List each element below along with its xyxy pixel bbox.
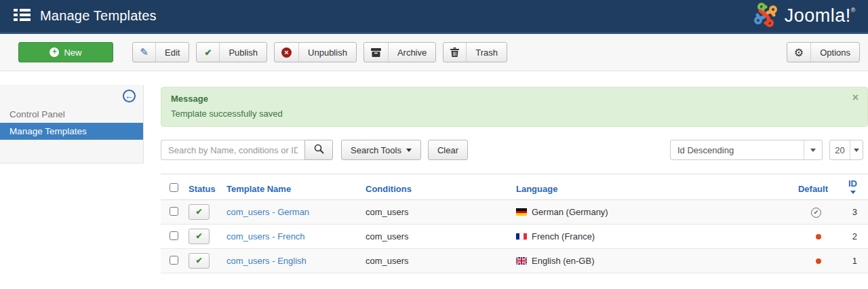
column-header-language[interactable]: Language xyxy=(513,174,781,200)
clear-button-label: Clear xyxy=(437,145,458,155)
menu-list-icon[interactable] xyxy=(14,8,31,24)
germany-flag-icon xyxy=(516,208,527,216)
template-name-link[interactable]: com_users - English xyxy=(226,256,307,266)
edit-button[interactable]: ✎ Edit xyxy=(132,42,189,62)
status-published-button[interactable]: ✔ xyxy=(189,253,210,269)
message-title: Message xyxy=(171,94,858,104)
list-limit-select[interactable]: 20 xyxy=(829,140,863,160)
column-header-status[interactable]: Status xyxy=(185,174,223,200)
column-header-default[interactable]: Default xyxy=(781,174,837,200)
publish-button[interactable]: ✔ Publish xyxy=(196,42,267,62)
trash-button-label: Trash xyxy=(467,43,507,62)
close-icon[interactable]: × xyxy=(852,92,859,103)
id-cell: 1 xyxy=(837,249,868,273)
status-published-button[interactable]: ✔ xyxy=(189,204,210,220)
archive-box-icon xyxy=(364,43,389,62)
message-body: Template successfully saved xyxy=(171,109,858,119)
column-header-id[interactable]: ID xyxy=(837,174,868,200)
joomla-logo-icon xyxy=(752,1,779,31)
toolbar: + New ✎ Edit ✔ Publish × Unpublish Archi… xyxy=(0,34,868,71)
filter-bar: Search Tools Clear Id Descending 20 xyxy=(161,140,868,160)
edit-pencil-icon: ✎ xyxy=(140,46,149,58)
language-cell: German (Germany) xyxy=(513,200,781,225)
edit-button-label: Edit xyxy=(156,43,189,62)
sidebar-item-manage-templates[interactable]: Manage Templates xyxy=(0,123,143,140)
set-default-button[interactable] xyxy=(816,258,821,264)
sort-order-select[interactable]: Id Descending xyxy=(670,140,823,160)
unpublish-cross-icon: × xyxy=(281,47,292,58)
search-tools-button[interactable]: Search Tools xyxy=(341,140,421,160)
table-row: ✔ com_users - French com_users French (F… xyxy=(161,225,868,249)
conditions-cell: com_users xyxy=(362,225,513,249)
column-header-conditions[interactable]: Conditions xyxy=(362,174,513,200)
table-row: ✔ com_users - German com_users German (G… xyxy=(161,200,868,225)
france-flag-icon xyxy=(516,233,527,240)
language-cell: French (France) xyxy=(513,225,781,249)
chevron-down-icon xyxy=(804,140,822,159)
archive-button[interactable]: Archive xyxy=(363,42,436,62)
chevron-down-icon xyxy=(406,149,412,152)
plus-icon: + xyxy=(50,47,59,57)
templates-table: Status Template Name Conditions Language… xyxy=(161,174,868,273)
sidebar: ← Control Panel Manage Templates xyxy=(0,85,144,163)
row-checkbox[interactable] xyxy=(170,207,178,216)
table-row: ✔ com_users - English com_users xyxy=(161,249,868,273)
conditions-cell: com_users xyxy=(362,200,513,225)
row-checkbox[interactable] xyxy=(170,231,178,240)
uk-flag-icon xyxy=(516,256,527,264)
registered-mark: ® xyxy=(851,7,856,14)
language-cell: English (en-GB) xyxy=(513,249,781,273)
archive-button-label: Archive xyxy=(389,43,435,62)
column-header-template-name[interactable]: Template Name xyxy=(223,174,362,200)
app-header: Manage Templates Joomla!® xyxy=(0,0,868,34)
search-icon xyxy=(314,144,324,157)
page-title: Manage Templates xyxy=(40,8,157,24)
set-default-button[interactable] xyxy=(816,234,821,239)
search-tools-label: Search Tools xyxy=(351,145,401,155)
row-checkbox[interactable] xyxy=(170,256,178,265)
list-limit-value: 20 xyxy=(830,140,850,159)
publish-check-icon: ✔ xyxy=(204,47,212,58)
default-check-icon[interactable]: ✔ xyxy=(811,208,821,218)
trash-icon xyxy=(443,43,467,62)
check-all-checkbox[interactable] xyxy=(170,183,178,192)
trash-button[interactable]: Trash xyxy=(443,42,507,62)
success-message: Message Template successfully saved × xyxy=(161,87,868,127)
id-cell: 3 xyxy=(837,200,868,225)
clear-button[interactable]: Clear xyxy=(428,140,468,160)
sort-descending-icon xyxy=(850,191,856,194)
unpublish-button[interactable]: × Unpublish xyxy=(274,42,357,62)
new-button[interactable]: + New xyxy=(18,42,113,62)
template-name-link[interactable]: com_users - German xyxy=(226,207,309,217)
chevron-down-icon xyxy=(850,140,863,159)
sort-order-value: Id Descending xyxy=(671,140,804,159)
gear-icon: ⚙ xyxy=(794,46,804,59)
conditions-cell: com_users xyxy=(362,249,513,273)
template-name-link[interactable]: com_users - French xyxy=(226,231,305,242)
status-published-button[interactable]: ✔ xyxy=(189,229,210,244)
options-button-label: Options xyxy=(811,43,859,62)
new-button-label: New xyxy=(64,47,81,58)
options-button[interactable]: ⚙ Options xyxy=(787,42,860,62)
search-input[interactable] xyxy=(161,140,304,160)
publish-button-label: Publish xyxy=(220,43,267,62)
table-header-row: Status Template Name Conditions Language… xyxy=(161,174,868,200)
search-button[interactable] xyxy=(304,140,333,160)
collapse-sidebar-icon[interactable]: ← xyxy=(123,90,136,102)
logo-text: Joomla!® xyxy=(785,5,856,26)
sidebar-item-control-panel[interactable]: Control Panel xyxy=(0,106,143,123)
unpublish-button-label: Unpublish xyxy=(299,43,356,62)
id-cell: 2 xyxy=(837,225,868,249)
